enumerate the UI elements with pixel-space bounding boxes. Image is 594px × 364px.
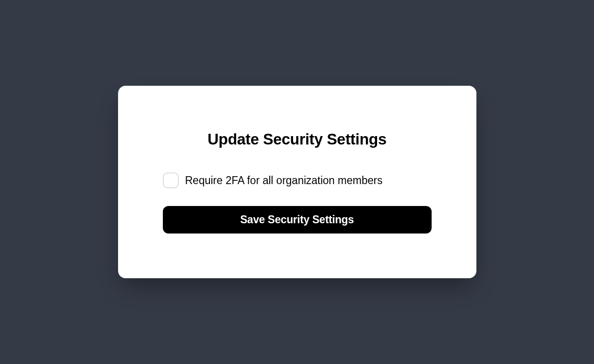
security-settings-modal: Update Security Settings Require 2FA for… xyxy=(118,86,476,278)
require-2fa-checkbox[interactable] xyxy=(163,172,179,188)
require-2fa-row: Require 2FA for all organization members xyxy=(163,172,432,188)
require-2fa-label[interactable]: Require 2FA for all organization members xyxy=(185,173,383,188)
save-security-settings-button[interactable]: Save Security Settings xyxy=(163,206,432,234)
modal-title: Update Security Settings xyxy=(163,130,432,148)
